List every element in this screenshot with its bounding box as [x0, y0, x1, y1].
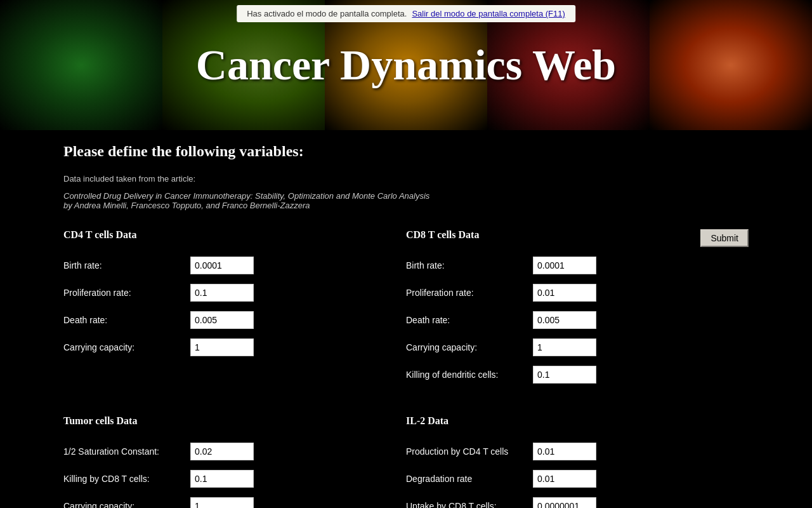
site-title: Cancer Dynamics Web	[196, 40, 616, 90]
cd4-section: CD4 T cells Data Birth rate: Proliferati…	[63, 229, 406, 409]
il2-uptake-label: Uptake by CD8 T cells:	[406, 501, 533, 508]
cd4-birth-rate-input[interactable]	[190, 257, 254, 274]
cd8-section: CD8 T cells Data Birth rate: Proliferati…	[406, 229, 749, 409]
cd4-death-label: Death rate:	[63, 315, 190, 325]
tumor-killing-input[interactable]	[190, 470, 254, 488]
cd4-death-field: Death rate:	[63, 311, 406, 329]
cd4-proliferation-field: Proliferation rate:	[63, 284, 406, 302]
main-content: Please define the following variables: D…	[0, 130, 812, 508]
il2-uptake-input[interactable]	[533, 497, 596, 508]
article-intro: Data included taken from the article:	[63, 173, 749, 186]
il2-degradation-label: Degradation rate	[406, 474, 533, 484]
cd8-section-title: CD8 T cells Data	[406, 229, 749, 241]
cd8-killing-dendritic-label: Killing of dendritic cells:	[406, 370, 533, 380]
tumor-saturation-label: 1/2 Saturation Constant:	[63, 446, 190, 457]
cd8-birth-rate-input[interactable]	[533, 257, 596, 274]
tumor-carrying-label: Carrying capacity:	[63, 501, 190, 508]
cd4-block: CD4 T cells Data Birth rate: Proliferati…	[63, 229, 406, 356]
cd8-birth-rate-field: Birth rate:	[406, 257, 749, 274]
cd4-proliferation-label: Proliferation rate:	[63, 288, 190, 298]
cd8-proliferation-input[interactable]	[533, 284, 596, 302]
cd8-proliferation-label: Proliferation rate:	[406, 288, 533, 298]
article-title: Controlled Drug Delivery in Cancer Immun…	[63, 191, 749, 201]
cd4-carrying-input[interactable]	[190, 338, 254, 356]
cd8-killing-dendritic-field: Killing of dendritic cells:	[406, 366, 749, 384]
cd8-death-field: Death rate:	[406, 311, 749, 329]
cd8-carrying-input[interactable]	[533, 338, 596, 356]
il2-degradation-field: Degradation rate	[406, 470, 749, 488]
il2-section: IL-2 Data Production by CD4 T cells Degr…	[406, 415, 749, 508]
cd8-death-label: Death rate:	[406, 315, 533, 325]
cd8-block: CD8 T cells Data Birth rate: Proliferati…	[406, 229, 749, 384]
cd8-carrying-label: Carrying capacity:	[406, 342, 533, 352]
exit-fullscreen-link[interactable]: Salir del modo de pantalla completa (F11…	[412, 9, 565, 18]
il2-production-label: Production by CD4 T cells	[406, 446, 533, 457]
notification-text: Has activado el modo de pantalla complet…	[247, 9, 407, 18]
cd4-section-title: CD4 T cells Data	[63, 229, 406, 241]
tumor-section: Tumor cells Data 1/2 Saturation Constant…	[63, 415, 406, 508]
il2-production-field: Production by CD4 T cells	[406, 443, 749, 460]
top-form-layout: CD4 T cells Data Birth rate: Proliferati…	[63, 229, 749, 409]
cd4-death-input[interactable]	[190, 311, 254, 329]
header-banner: Has activado el modo de pantalla complet…	[0, 0, 812, 130]
cd8-birth-rate-label: Birth rate:	[406, 260, 533, 271]
cd4-carrying-label: Carrying capacity:	[63, 342, 190, 352]
cd8-death-input[interactable]	[533, 311, 596, 329]
cd8-killing-dendritic-input[interactable]	[533, 366, 596, 384]
article-authors: by Andrea Minelli, Francesco Topputo, an…	[63, 201, 749, 210]
bottom-form-layout: Tumor cells Data 1/2 Saturation Constant…	[63, 415, 749, 508]
il2-production-input[interactable]	[533, 443, 596, 460]
tumor-killing-label: Killing by CD8 T cells:	[63, 474, 190, 484]
tumor-carrying-input[interactable]	[190, 497, 254, 508]
tumor-saturation-field: 1/2 Saturation Constant:	[63, 443, 406, 460]
submit-button[interactable]: Submit	[700, 229, 749, 247]
banner-image-1	[0, 0, 162, 130]
tumor-killing-field: Killing by CD8 T cells:	[63, 470, 406, 488]
fullscreen-notification: Has activado el modo de pantalla complet…	[237, 5, 575, 22]
page-title: Please define the following variables:	[63, 143, 749, 160]
tumor-saturation-input[interactable]	[190, 443, 254, 460]
cd4-birth-rate-field: Birth rate:	[63, 257, 406, 274]
cd4-carrying-field: Carrying capacity:	[63, 338, 406, 356]
cd4-proliferation-input[interactable]	[190, 284, 254, 302]
submit-area: Submit	[700, 229, 749, 247]
tumor-carrying-field: Carrying capacity:	[63, 497, 406, 508]
cd8-carrying-field: Carrying capacity:	[406, 338, 749, 356]
il2-section-title: IL-2 Data	[406, 415, 749, 427]
tumor-section-title: Tumor cells Data	[63, 415, 406, 427]
cd4-birth-rate-label: Birth rate:	[63, 260, 190, 271]
il2-uptake-field: Uptake by CD8 T cells:	[406, 497, 749, 508]
il2-degradation-input[interactable]	[533, 470, 596, 488]
cd8-proliferation-field: Proliferation rate:	[406, 284, 749, 302]
banner-image-5	[650, 0, 812, 130]
